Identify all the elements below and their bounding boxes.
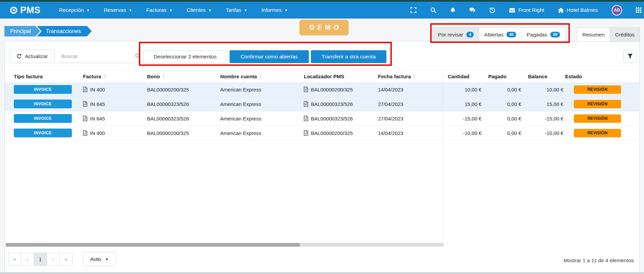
brand-logo[interactable]: PMS xyxy=(10,5,40,16)
tab-resumen[interactable]: Resumen xyxy=(577,27,610,42)
tab-abiertas[interactable]: Abiertas 40 xyxy=(479,27,522,42)
page-size-select[interactable]: Auto ▼ xyxy=(83,252,116,266)
cell-localizador-pms[interactable]: BAL00000323/526 xyxy=(304,101,378,107)
cell-nombre-cuenta: American Express xyxy=(220,101,304,107)
menu-item-tarifas[interactable]: Tarifas▼ xyxy=(219,2,255,19)
table-row[interactable]: INVOICEIN 400BAL00000200/325American Exp… xyxy=(5,82,639,97)
table-row[interactable]: INVOICEIN 400BAL00000200/325American Exp… xyxy=(5,126,639,140)
menu-item-clientes[interactable]: Clientes▼ xyxy=(180,2,219,19)
column-label: Balance xyxy=(528,74,548,79)
search-input[interactable] xyxy=(59,50,143,63)
cell-bono: BAL00000323/526 xyxy=(147,116,220,121)
chat-messages-icon[interactable] xyxy=(469,7,475,13)
results-summary: Mostrar 1 a 11 de 4 elementos xyxy=(563,257,634,264)
tab-pagadas[interactable]: Pagadas 59 xyxy=(521,27,565,42)
column-header-fecha-factura[interactable]: Fecha factura▲▼ xyxy=(378,74,443,79)
notifications-bell-icon[interactable] xyxy=(450,7,456,13)
top-navbar: PMS Recepción▼ Reservas▼ Facturas▼ Clien… xyxy=(0,2,644,19)
scrollbar-thumb[interactable] xyxy=(6,243,300,247)
cell-factura[interactable]: IN 400 xyxy=(83,87,147,92)
column-header-pagado: Pagado xyxy=(483,74,523,79)
cuenta-text: American Express xyxy=(220,101,261,107)
column-header-bono[interactable]: Bono▲▼ xyxy=(147,74,220,79)
cell-tipo-factura: INVOICE xyxy=(14,85,83,94)
cell-fecha-factura: 27/04/2023 xyxy=(378,101,443,107)
balance-value: -15,00 € xyxy=(545,116,563,121)
tab-label: Resumen xyxy=(582,32,605,38)
page-last-button[interactable]: » xyxy=(59,253,72,266)
localizador-text: BAL00000323/526 xyxy=(311,101,353,107)
transactions-panel: Actualizar Deseleccionar 2 elementos Con… xyxy=(4,41,640,273)
column-label: Cantidad xyxy=(448,74,469,79)
cell-fecha-factura: 14/04/2023 xyxy=(378,87,443,92)
cell-estado: REVISIÓN xyxy=(565,129,639,137)
refresh-button[interactable]: Actualizar xyxy=(10,50,55,63)
column-header-factura[interactable]: Factura▲▼ xyxy=(83,74,147,79)
search-icon[interactable] xyxy=(430,7,436,13)
column-header-cantidad: Cantidad xyxy=(443,74,483,79)
cantidad-value: -10,00 € xyxy=(463,130,481,136)
cell-localizador-pms[interactable]: BAL00000200/325 xyxy=(304,130,378,136)
menu-item-recepcion[interactable]: Recepción▼ xyxy=(52,2,97,19)
document-icon xyxy=(83,101,87,107)
page-next-button[interactable]: › xyxy=(47,253,60,266)
pagado-value: 0,00 € xyxy=(507,101,521,107)
menu-item-facturas[interactable]: Facturas▼ xyxy=(139,2,180,19)
tab-creditos[interactable]: Créditos xyxy=(610,27,640,42)
menu-item-informes[interactable]: Informes▼ xyxy=(254,2,295,19)
cell-localizador-pms[interactable]: BAL00000323/526 xyxy=(304,116,378,121)
avatar[interactable]: AD xyxy=(612,5,622,16)
cell-balance: -15,00 € xyxy=(523,116,565,121)
cell-factura[interactable]: IN 645 xyxy=(83,101,147,107)
cell-factura[interactable]: IN 645 xyxy=(83,116,147,121)
cell-localizador-pms[interactable]: BAL00000200/325 xyxy=(304,87,378,92)
refresh-icon xyxy=(17,54,22,59)
apps-grid-icon[interactable] xyxy=(636,7,641,13)
column-header-nombre-cuenta[interactable]: Nombre cuenta▲▼ xyxy=(220,74,304,79)
cell-pagado: 0,00 € xyxy=(483,87,523,92)
workspace-front-right[interactable]: Front Right xyxy=(509,7,544,13)
invoice-type-badge[interactable]: INVOICE xyxy=(14,85,72,94)
demo-badge: DEMO xyxy=(299,20,349,35)
deselect-button[interactable]: Deseleccionar 2 elementos xyxy=(143,50,227,63)
table-header: Tipo facturaFactura▲▼Bono▲▼Nombre cuenta… xyxy=(5,70,639,82)
filter-button[interactable] xyxy=(623,50,637,62)
filter-funnel-icon xyxy=(627,54,633,59)
document-icon xyxy=(83,130,87,136)
history-icon[interactable] xyxy=(489,7,495,13)
page-prev-button[interactable]: ‹ xyxy=(21,253,34,266)
sort-icon[interactable]: ▲▼ xyxy=(259,74,262,79)
cell-tipo-factura: INVOICE xyxy=(14,129,83,137)
bono-text: BAL00000200/325 xyxy=(147,130,189,136)
sort-icon[interactable]: ▲▼ xyxy=(162,74,165,79)
invoice-type-badge[interactable]: INVOICE xyxy=(14,100,72,108)
menu-item-reservas[interactable]: Reservas▼ xyxy=(97,2,139,19)
menu-label: Clientes xyxy=(187,7,206,13)
sort-icon[interactable]: ▲▼ xyxy=(104,74,106,79)
invoice-type-badge[interactable]: INVOICE xyxy=(14,114,72,123)
page-number-button[interactable]: 1 xyxy=(34,253,47,266)
count-badge: 59 xyxy=(550,32,560,38)
breadcrumb-principal[interactable]: Principal xyxy=(4,26,40,36)
chevron-down-icon: ▼ xyxy=(105,257,109,261)
sort-icon[interactable]: ▲▼ xyxy=(413,74,416,79)
table-row[interactable]: INVOICEIN 645BAL00000323/526American Exp… xyxy=(5,97,639,111)
search-icon[interactable] xyxy=(135,53,141,60)
view-tabs: Resumen Créditos xyxy=(577,27,640,42)
status-badge: REVISIÓN xyxy=(574,85,621,94)
fullscreen-icon[interactable] xyxy=(410,7,416,13)
breadcrumb-transacciones[interactable]: Transacciones xyxy=(37,26,91,36)
document-icon xyxy=(83,87,87,92)
transfer-account-button[interactable]: Transferir a otra cuenta xyxy=(311,50,386,63)
hotel-selector[interactable]: Hotel Balmes xyxy=(558,7,598,13)
balance-value: 15,00 € xyxy=(547,101,563,107)
cell-factura[interactable]: IN 400 xyxy=(83,130,147,136)
table-row[interactable]: INVOICEIN 645BAL00000323/526American Exp… xyxy=(5,111,639,126)
breadcrumb-label: Transacciones xyxy=(46,28,81,34)
horizontal-scrollbar[interactable] xyxy=(6,243,444,247)
confirm-open-button[interactable]: Confirmar como abiertas xyxy=(230,50,309,63)
tab-por-revisar[interactable]: Por revisar 4 xyxy=(433,27,479,42)
page-first-button[interactable]: « xyxy=(8,253,21,266)
cell-cantidad: -10,00 € xyxy=(443,130,483,136)
invoice-type-badge[interactable]: INVOICE xyxy=(14,129,72,137)
